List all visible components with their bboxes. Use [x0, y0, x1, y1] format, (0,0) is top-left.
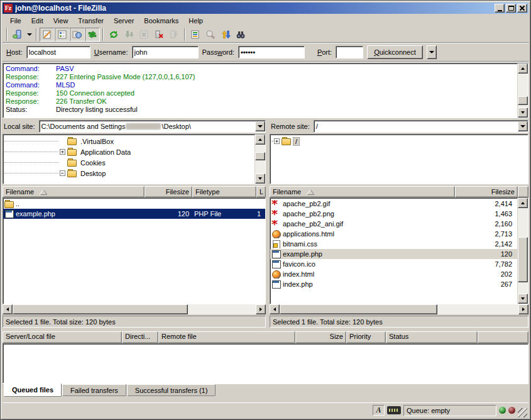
local-site-combobox[interactable]: C:\Documents and Settings\Desktop\ — [39, 120, 266, 133]
scroll-down-button[interactable] — [518, 108, 528, 118]
file-row-index-html[interactable]: index.html202 — [270, 269, 517, 279]
file-row-apache-pb2-ani-gif[interactable]: apache_pb2_ani.gif2,160 — [270, 219, 517, 229]
file-row-index-php[interactable]: index.php267 — [270, 279, 517, 289]
scroll-up-button[interactable] — [518, 198, 528, 208]
scroll-up-button[interactable] — [518, 64, 528, 74]
quickconnect-dropdown[interactable] — [427, 45, 437, 59]
find-files-button[interactable] — [233, 28, 248, 41]
refresh-button[interactable] — [106, 28, 121, 41]
toggle-remote-tree-button[interactable] — [70, 28, 85, 41]
tree-item-cookies[interactable]: Cookies — [4, 157, 253, 168]
toggle-message-log-button[interactable] — [40, 28, 55, 41]
queue-list[interactable] — [3, 343, 528, 384]
cancel-operation-button[interactable] — [136, 28, 151, 41]
message-log-scrollbar[interactable] — [517, 64, 528, 118]
reconnect-button[interactable] — [167, 28, 182, 41]
file-row-example-php[interactable]: example.php120PHP File1 — [3, 209, 265, 219]
column-header-filesize[interactable]: Filesize — [145, 186, 192, 197]
menu-bookmarks[interactable]: Bookmarks — [139, 16, 183, 26]
scroll-up-button[interactable] — [255, 135, 265, 145]
compare-directories-button[interactable] — [203, 28, 218, 41]
arrow-up-icon — [521, 202, 525, 204]
remote-site-combobox[interactable]: / — [314, 120, 528, 133]
maximize-button[interactable] — [506, 4, 516, 13]
tab-queued-files[interactable]: Queued files — [4, 384, 62, 397]
transfer-type-indicator[interactable]: A — [373, 405, 385, 416]
php-icon — [271, 280, 281, 289]
tree-item-virtualbox[interactable]: .VirtualBox — [4, 136, 253, 146]
file-row-applications-html[interactable]: applications.html2,713 — [270, 229, 517, 239]
file-row-item[interactable]: .. — [3, 199, 265, 209]
port-input[interactable] — [336, 46, 363, 58]
scroll-right-button[interactable] — [256, 304, 266, 314]
file-row-example-php[interactable]: example.php120 — [270, 249, 517, 259]
local-horizontal-scrollbar[interactable] — [3, 304, 266, 314]
file-size: 120 — [457, 250, 517, 258]
tab-successful-transfers-1[interactable]: Successful transfers (1) — [127, 384, 216, 396]
menu-transfer[interactable]: Transfer — [73, 16, 109, 26]
scroll-thumb[interactable] — [13, 304, 188, 314]
queue-column-server-local-file[interactable]: Server/Local file — [3, 331, 122, 343]
tab-failed-transfers[interactable]: Failed transfers — [62, 384, 126, 396]
file-row-apache-pb2-png[interactable]: apache_pb2.png1,463 — [270, 209, 517, 219]
host-input[interactable] — [26, 46, 90, 58]
tree-item-item[interactable]: +/ — [271, 136, 515, 146]
tree-item-application-data[interactable]: +Application Data — [4, 146, 253, 157]
column-header-filename[interactable]: Filename — [270, 186, 455, 197]
queue-column-blank[interactable] — [478, 331, 528, 343]
column-header-filesize[interactable]: Filesize — [455, 186, 518, 197]
column-header-filetype[interactable]: Filetype — [192, 186, 256, 197]
scroll-left-button[interactable] — [3, 304, 13, 314]
disconnect-button[interactable] — [151, 28, 167, 41]
scroll-down-button[interactable] — [518, 294, 528, 304]
queue-column-directi[interactable]: Directi... — [122, 331, 158, 343]
scroll-thumb[interactable] — [255, 152, 265, 160]
process-queue-button[interactable] — [121, 28, 136, 41]
collapse-icon[interactable]: − — [60, 170, 65, 176]
close-button[interactable] — [517, 4, 527, 13]
minimize-button[interactable] — [495, 4, 505, 13]
queue-column-size[interactable]: Size — [295, 331, 346, 343]
port-label: Port: — [317, 48, 332, 56]
scroll-right-button[interactable] — [518, 304, 528, 314]
scroll-down-button[interactable] — [255, 174, 265, 184]
site-manager-dropdown[interactable] — [25, 28, 33, 41]
column-header-filename[interactable]: Filename — [3, 186, 145, 197]
menu-help[interactable]: Help — [183, 16, 208, 26]
expand-icon[interactable]: + — [60, 149, 65, 155]
file-size: 202 — [457, 270, 517, 278]
column-header-lastmodified[interactable]: L — [256, 186, 266, 197]
directory-listing-filters-button[interactable] — [188, 28, 203, 41]
queue-column-remote-file[interactable]: Remote file — [158, 331, 295, 343]
combo-dropdown-button[interactable] — [255, 121, 265, 131]
site-manager-button[interactable] — [10, 28, 25, 41]
local-tree-scrollbar[interactable] — [255, 135, 265, 184]
scroll-thumb[interactable] — [280, 304, 437, 314]
username-input[interactable] — [132, 46, 199, 58]
speed-limit-icon[interactable] — [387, 406, 401, 414]
password-input[interactable] — [238, 46, 305, 58]
file-row-apache-pb2-gif[interactable]: apache_pb2.gif2,414 — [270, 199, 517, 209]
file-row-bitnami-css[interactable]: bitnami.css2,142 — [270, 239, 517, 249]
menu-file[interactable]: File — [5, 16, 26, 26]
menu-server[interactable]: Server — [109, 16, 139, 26]
scroll-thumb[interactable] — [518, 237, 528, 282]
quickconnect-button[interactable]: Quickconnect — [367, 45, 423, 59]
toggle-transfer-queue-button[interactable] — [85, 28, 100, 41]
menu-edit[interactable]: Edit — [26, 16, 48, 26]
expand-icon[interactable]: + — [274, 138, 280, 144]
scroll-left-button[interactable] — [270, 304, 280, 314]
tree-item-desktop[interactable]: −Desktop — [4, 168, 253, 179]
remote-horizontal-scrollbar[interactable] — [270, 304, 528, 314]
file-row-favicon-ico[interactable]: favicon.ico7,782 — [270, 259, 517, 269]
queue-column-priority[interactable]: Priority — [346, 331, 386, 343]
menu-view[interactable]: View — [48, 16, 74, 26]
remote-list-scrollbar[interactable] — [517, 198, 528, 304]
resize-grip[interactable] — [518, 408, 527, 417]
tree-label: .VirtualBox — [79, 138, 116, 145]
toggle-local-tree-button[interactable] — [55, 28, 70, 41]
synchronized-browsing-button[interactable] — [218, 28, 233, 41]
scroll-thumb[interactable] — [518, 96, 528, 105]
combo-dropdown-button[interactable] — [518, 121, 528, 131]
queue-column-status[interactable]: Status — [386, 331, 478, 343]
